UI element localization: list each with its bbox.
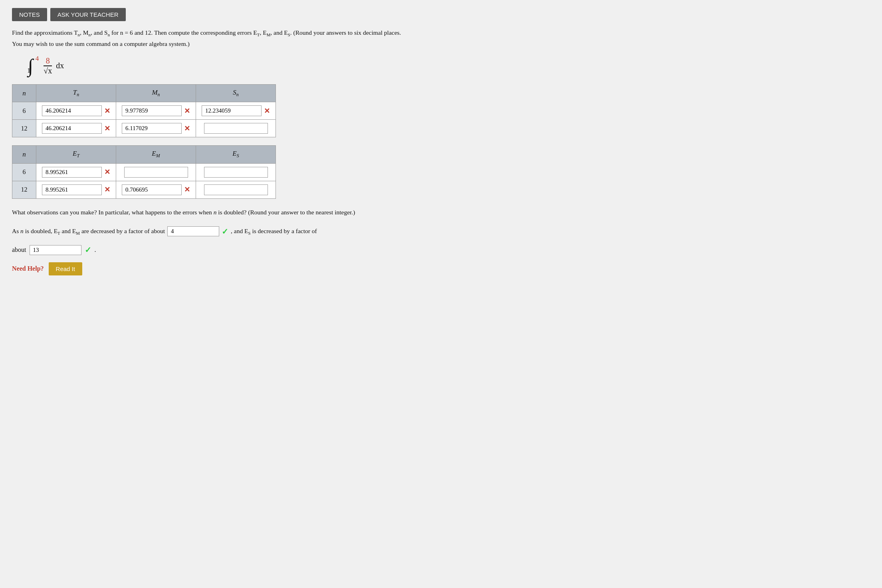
notes-tab[interactable]: NOTES <box>12 8 47 21</box>
es-6-input[interactable] <box>204 167 268 178</box>
col-tn-header: Tn <box>36 84 116 102</box>
tn-12-input[interactable] <box>42 123 102 134</box>
col-mn-header: Mn <box>116 84 196 102</box>
need-help-section: Need Help? Read It <box>12 262 870 275</box>
es-12-cell <box>196 181 276 198</box>
sn-6-wrong-icon: ✕ <box>264 107 270 115</box>
factor2-input[interactable] <box>30 245 81 255</box>
n-value-6b: 6 <box>12 163 36 181</box>
mn-6-wrong-icon: ✕ <box>184 107 190 115</box>
factor1-group: ✓ <box>167 224 228 239</box>
integral-fraction: 8 √x <box>44 56 52 75</box>
tn-6-input[interactable] <box>42 105 102 116</box>
et-12-cell: ✕ <box>36 181 116 198</box>
mn-12-cell: ✕ <box>116 120 196 137</box>
n-value-12b: 12 <box>12 181 36 198</box>
about-label: about <box>12 246 26 253</box>
table-row: 12 ✕ ✕ <box>12 120 276 137</box>
tn-12-cell: ✕ <box>36 120 116 137</box>
col-em-header: EM <box>116 146 196 163</box>
mn-6-cell: ✕ <box>116 102 196 120</box>
factor1-check-icon: ✓ <box>222 224 228 239</box>
tn-6-cell: ✕ <box>36 102 116 120</box>
problem-text: Find the approximations Tn, Mn, and Sn f… <box>12 28 403 49</box>
et-12-wrong-icon: ✕ <box>104 185 110 194</box>
col-n-header2: n <box>12 146 36 163</box>
n-value-12: 12 <box>12 120 36 137</box>
tn-6-wrong-icon: ✕ <box>104 107 110 115</box>
col-es-header: ES <box>196 146 276 163</box>
mn-12-input[interactable] <box>122 123 182 134</box>
et-6-input[interactable] <box>42 167 102 178</box>
integral-upper: 4 <box>36 55 39 63</box>
sn-6-input[interactable] <box>202 105 262 116</box>
approximations-table: n Tn Mn Sn 6 ✕ ✕ <box>12 84 276 137</box>
es-12-input[interactable] <box>204 184 268 195</box>
table-row: 6 ✕ <box>12 163 276 181</box>
obs-text1: As n is doubled, ET and EM are decreased… <box>12 226 165 238</box>
table-row: 6 ✕ ✕ ✕ <box>12 102 276 120</box>
period: . <box>95 246 96 253</box>
em-12-input[interactable] <box>122 184 182 195</box>
top-tabs: NOTES ASK YOUR TEACHER <box>12 8 870 21</box>
tn-12-wrong-icon: ✕ <box>104 124 110 133</box>
em-6-input[interactable] <box>124 167 188 178</box>
sn-12-cell <box>196 120 276 137</box>
mn-6-input[interactable] <box>122 105 182 116</box>
errors-table: n ET EM ES 6 ✕ <box>12 145 276 198</box>
integral-lower: 1 <box>27 67 31 75</box>
et-6-wrong-icon: ✕ <box>104 168 110 176</box>
col-sn-header: Sn <box>196 84 276 102</box>
about-line: about ✓ . <box>12 245 870 255</box>
n-value-6: 6 <box>12 102 36 120</box>
em-6-cell <box>116 163 196 181</box>
ask-teacher-tab[interactable]: ASK YOUR TEACHER <box>50 8 126 21</box>
es-6-cell <box>196 163 276 181</box>
sn-12-input[interactable] <box>204 123 268 134</box>
integral-display: ∫ 4 1 8 √x dx <box>28 56 870 75</box>
col-et-header: ET <box>36 146 116 163</box>
observation-answer: As n is doubled, ET and EM are decreased… <box>12 224 403 239</box>
et-6-cell: ✕ <box>36 163 116 181</box>
obs-text2: , and ES is decreased by a factor of <box>231 226 317 238</box>
sn-6-cell: ✕ <box>196 102 276 120</box>
read-it-button[interactable]: Read It <box>49 262 82 275</box>
et-12-input[interactable] <box>42 184 102 195</box>
em-12-cell: ✕ <box>116 181 196 198</box>
observation-text: What observations can you make? In parti… <box>12 207 403 218</box>
col-n-header: n <box>12 84 36 102</box>
mn-12-wrong-icon: ✕ <box>184 124 190 133</box>
need-help-label: Need Help? <box>12 265 44 272</box>
factor2-check-icon: ✓ <box>85 245 91 255</box>
factor1-input[interactable] <box>167 226 219 236</box>
table-row: 12 ✕ ✕ <box>12 181 276 198</box>
em-12-wrong-icon: ✕ <box>184 185 190 194</box>
